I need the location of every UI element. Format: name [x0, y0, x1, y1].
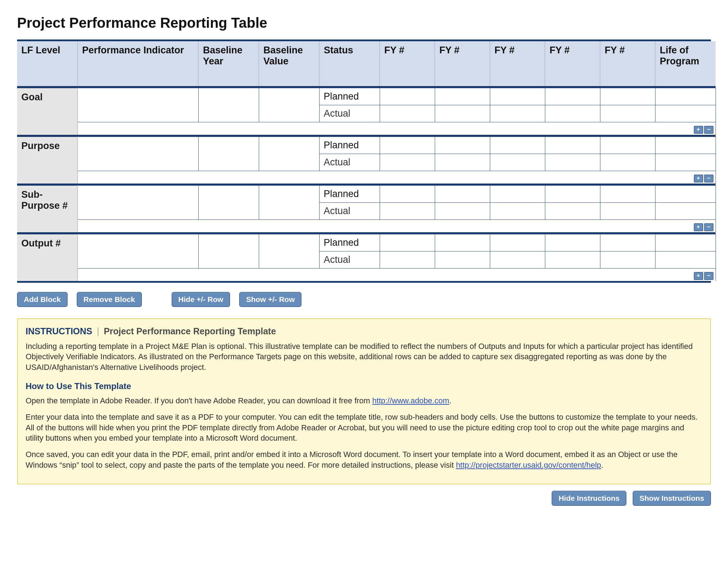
- cell[interactable]: [600, 251, 655, 269]
- hide-instructions-button[interactable]: Hide Instructions: [552, 491, 626, 506]
- cell[interactable]: [490, 137, 545, 154]
- cell[interactable]: [490, 234, 545, 251]
- cell[interactable]: [259, 186, 319, 220]
- cell[interactable]: [655, 154, 716, 171]
- cell[interactable]: [655, 105, 716, 122]
- col-performance-indicator: Performance Indicator: [77, 41, 198, 86]
- cell[interactable]: [655, 88, 716, 105]
- cell[interactable]: [545, 234, 600, 251]
- cell[interactable]: [545, 203, 600, 220]
- bottom-button-row: Hide Instructions Show Instructions: [17, 491, 711, 506]
- howto-title: How to Use This Template: [26, 381, 702, 392]
- col-fy-1: FY #: [380, 41, 435, 86]
- cell[interactable]: [380, 251, 435, 269]
- cell[interactable]: [380, 186, 435, 203]
- cell[interactable]: [435, 105, 490, 122]
- cell[interactable]: [655, 137, 716, 154]
- cell[interactable]: [259, 234, 319, 269]
- cell[interactable]: [490, 186, 545, 203]
- cell[interactable]: [545, 137, 600, 154]
- cell[interactable]: [655, 251, 716, 269]
- instructions-para-1: Including a reporting template in a Proj…: [26, 341, 702, 373]
- cell[interactable]: [435, 154, 490, 171]
- cell[interactable]: Actual: [319, 203, 380, 220]
- remove-row-button[interactable]: −: [704, 272, 713, 280]
- cell[interactable]: [435, 88, 490, 105]
- add-row-button[interactable]: +: [694, 272, 703, 280]
- cell[interactable]: [380, 234, 435, 251]
- cell[interactable]: Planned: [319, 234, 380, 251]
- cell[interactable]: [545, 154, 600, 171]
- cell[interactable]: [600, 234, 655, 251]
- cell[interactable]: [435, 186, 490, 203]
- add-block-button[interactable]: Add Block: [17, 292, 68, 307]
- cell[interactable]: Actual: [319, 105, 380, 122]
- cell[interactable]: [600, 186, 655, 203]
- cell[interactable]: [380, 137, 435, 154]
- cell[interactable]: [490, 154, 545, 171]
- cell[interactable]: Planned: [319, 186, 380, 203]
- cell[interactable]: [77, 186, 198, 220]
- cell[interactable]: [380, 88, 435, 105]
- cell[interactable]: [545, 88, 600, 105]
- cell[interactable]: [380, 154, 435, 171]
- adobe-link[interactable]: http://www.adobe.com: [372, 396, 449, 405]
- col-life-of-program: Life of Program: [655, 41, 716, 86]
- cell[interactable]: [77, 88, 198, 122]
- hide-pm-row-button[interactable]: Hide +/- Row: [172, 292, 230, 307]
- cell[interactable]: [435, 137, 490, 154]
- cell[interactable]: [545, 105, 600, 122]
- cell[interactable]: [198, 137, 259, 171]
- cell[interactable]: [600, 105, 655, 122]
- instructions-panel: INSTRUCTIONS | Project Performance Repor…: [17, 318, 711, 484]
- show-pm-row-button[interactable]: Show +/- Row: [239, 292, 301, 307]
- cell[interactable]: [490, 251, 545, 269]
- cell[interactable]: [490, 88, 545, 105]
- cell[interactable]: [198, 186, 259, 220]
- cell[interactable]: [655, 186, 716, 203]
- cell[interactable]: [435, 203, 490, 220]
- howto-p3-b: .: [601, 461, 603, 469]
- add-row-button[interactable]: +: [694, 223, 703, 231]
- cell[interactable]: [545, 251, 600, 269]
- cell[interactable]: [380, 203, 435, 220]
- remove-block-button[interactable]: Remove Block: [77, 292, 142, 307]
- header-row: LF Level Performance Indicator Baseline …: [17, 41, 716, 86]
- cell[interactable]: [77, 137, 198, 171]
- cell[interactable]: [380, 105, 435, 122]
- section-output-label[interactable]: Output #: [17, 234, 77, 281]
- cell[interactable]: [198, 234, 259, 269]
- cell[interactable]: [490, 203, 545, 220]
- col-baseline-year: Baseline Year: [198, 41, 259, 86]
- cell[interactable]: [655, 234, 716, 251]
- cell[interactable]: [655, 203, 716, 220]
- remove-row-button[interactable]: −: [704, 126, 713, 134]
- cell[interactable]: [77, 234, 198, 269]
- cell[interactable]: [600, 203, 655, 220]
- add-row-button[interactable]: +: [694, 126, 703, 134]
- cell[interactable]: [545, 186, 600, 203]
- cell[interactable]: Planned: [319, 137, 380, 154]
- section-subpurpose-label[interactable]: Sub-Purpose #: [17, 186, 77, 233]
- show-instructions-button[interactable]: Show Instructions: [633, 491, 711, 506]
- cell[interactable]: [259, 137, 319, 171]
- action-button-row: Add Block Remove Block Hide +/- Row Show…: [17, 292, 711, 307]
- cell[interactable]: Planned: [319, 88, 380, 105]
- cell[interactable]: [600, 154, 655, 171]
- cell[interactable]: [435, 251, 490, 269]
- help-link[interactable]: http://projectstarter.usaid.gov/content/…: [456, 461, 601, 469]
- cell[interactable]: [198, 88, 259, 122]
- remove-row-button[interactable]: −: [704, 223, 713, 231]
- cell[interactable]: Actual: [319, 154, 380, 171]
- cell[interactable]: [490, 105, 545, 122]
- cell[interactable]: [600, 88, 655, 105]
- remove-row-button[interactable]: −: [704, 175, 713, 182]
- cell[interactable]: [435, 234, 490, 251]
- cell[interactable]: [600, 137, 655, 154]
- cell[interactable]: [259, 88, 319, 122]
- section-goal-label[interactable]: Goal: [17, 88, 77, 135]
- cell[interactable]: Actual: [319, 251, 380, 269]
- add-row-button[interactable]: +: [694, 175, 703, 182]
- instructions-lead: INSTRUCTIONS: [26, 326, 92, 336]
- section-purpose-label[interactable]: Purpose: [17, 137, 77, 184]
